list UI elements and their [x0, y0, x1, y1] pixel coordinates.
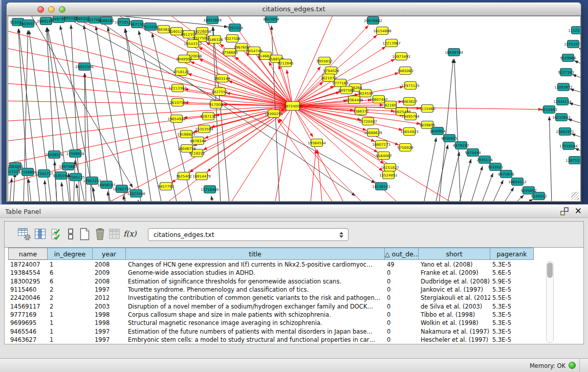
network-graph[interactable]: 1872400774638229160128891235518226058932…: [8, 16, 580, 201]
network-node[interactable]: 15524851: [379, 171, 398, 179]
network-node[interactable]: 8878344: [190, 137, 206, 145]
network-node[interactable]: 16648784: [445, 49, 463, 56]
network-table-selector[interactable]: citations_edges.txt: [148, 228, 349, 241]
network-node[interactable]: 7386372: [353, 107, 368, 115]
network-node[interactable]: 14136141: [372, 183, 390, 190]
network-edge[interactable]: [435, 145, 448, 201]
memory-ok-indicator-icon[interactable]: [569, 362, 576, 369]
network-view-window[interactable]: citations_edges.txt 18724007746382291601…: [6, 2, 581, 202]
network-edge[interactable]: [459, 159, 471, 201]
table-row[interactable]: 946362711997Embryonic stem cells: a mode…: [8, 336, 534, 344]
column-header-year[interactable]: year: [93, 248, 126, 260]
network-node[interactable]: 9245012: [531, 192, 547, 200]
table-options-icon[interactable]: [17, 227, 31, 241]
network-node[interactable]: 11123174: [568, 27, 580, 34]
network-node[interactable]: 7625402: [176, 172, 191, 180]
network-node[interactable]: 3824554: [357, 90, 374, 97]
network-node[interactable]: 9115460: [419, 105, 435, 113]
network-node[interactable]: 16210643: [552, 114, 571, 121]
table-row[interactable]: 2242004622012Investigating the contribut…: [8, 294, 534, 302]
network-edge[interactable]: [482, 173, 493, 201]
network-edge[interactable]: [570, 89, 580, 93]
network-edge[interactable]: [572, 75, 580, 79]
table-row[interactable]: 911546021997Tourette syndrome. Phenomeno…: [8, 286, 534, 294]
import-table-icon[interactable]: [108, 227, 122, 241]
network-node[interactable]: 19384554: [308, 139, 326, 147]
network-node[interactable]: 19654922: [167, 115, 186, 123]
network-node[interactable]: 8186328: [207, 36, 223, 43]
network-node[interactable]: 7357224: [227, 24, 243, 32]
network-node[interactable]: 917008: [209, 101, 223, 108]
delete-table-icon[interactable]: [93, 227, 107, 241]
network-edge[interactable]: [492, 180, 504, 201]
network-canvas[interactable]: 1872400774638229160128891235518226058932…: [8, 16, 580, 201]
network-edge[interactable]: [310, 149, 316, 201]
network-edge[interactable]: [28, 179, 31, 201]
network-edge[interactable]: [211, 196, 213, 201]
network-node[interactable]: 12213967: [382, 39, 401, 47]
network-node[interactable]: 16053809: [203, 16, 222, 24]
network-node[interactable]: 2903144: [214, 75, 230, 82]
network-node[interactable]: 8471676: [498, 170, 514, 178]
network-node[interactable]: 1610756: [169, 99, 186, 106]
show-columns-icon[interactable]: [34, 227, 48, 241]
network-node[interactable]: 12973125: [401, 82, 420, 90]
table-scrollbar[interactable]: [546, 261, 554, 343]
network-node[interactable]: 8215953: [541, 106, 557, 114]
function-builder-icon[interactable]: f(x): [123, 229, 137, 243]
network-edge[interactable]: [454, 59, 461, 201]
network-node[interactable]: 9463627: [401, 98, 417, 105]
network-node[interactable]: 12093872: [554, 83, 573, 91]
network-node-hub[interactable]: 18724007: [284, 102, 302, 111]
network-edge[interactable]: [515, 195, 524, 201]
table-row[interactable]: 1830029562008Estimation of significance …: [8, 277, 534, 286]
table-row[interactable]: 969969511998Structural magnetic resonanc…: [8, 319, 534, 327]
network-node[interactable]: 8267130: [200, 113, 216, 120]
network-node[interactable]: 8212845: [277, 59, 293, 67]
column-header-title[interactable]: title: [126, 248, 385, 260]
network-edge[interactable]: [575, 148, 580, 152]
network-node[interactable]: 11675334: [565, 157, 580, 164]
column-header-pagerank[interactable]: pagerank: [490, 248, 534, 260]
network-edge[interactable]: [76, 184, 79, 201]
network-node[interactable]: 10975887: [59, 163, 77, 170]
network-node[interactable]: 8938923: [441, 135, 457, 142]
network-node[interactable]: 8813054: [263, 16, 279, 23]
network-edge[interactable]: [525, 199, 533, 201]
network-node[interactable]: 9794028: [323, 67, 339, 75]
network-node[interactable]: 9584067: [376, 152, 391, 160]
network-node[interactable]: 20053346: [75, 63, 94, 71]
network-node[interactable]: 9227343: [558, 69, 574, 76]
network-edge[interactable]: [45, 180, 47, 201]
network-node[interactable]: 9948902: [176, 55, 192, 63]
network-node[interactable]: 8466161: [98, 17, 114, 25]
network-node[interactable]: 9955812: [316, 57, 332, 65]
network-edge[interactable]: [277, 119, 336, 201]
network-edge[interactable]: [10, 178, 12, 201]
window-resize-grip[interactable]: [571, 192, 579, 200]
network-node[interactable]: 2935114: [476, 156, 493, 164]
network-node[interactable]: 12342737: [35, 170, 53, 178]
network-edge[interactable]: [574, 60, 580, 65]
network-edge[interactable]: [96, 26, 126, 201]
table-row[interactable]: 977716911998Corpus callosum shape and si…: [8, 311, 534, 319]
network-node[interactable]: 12444134: [553, 98, 572, 105]
network-node[interactable]: 9777169: [332, 79, 348, 87]
column-list-icon[interactable]: [63, 227, 77, 241]
close-panel-icon[interactable]: ✕: [575, 206, 582, 216]
network-node[interactable]: 9756928: [397, 144, 413, 151]
network-node[interactable]: 9327508: [224, 35, 240, 42]
network-node[interactable]: 9529966: [560, 54, 576, 62]
table-row[interactable]: 1938455462009Genome-wide association stu…: [8, 269, 534, 277]
network-node[interactable]: 12505135: [67, 173, 85, 181]
table-row[interactable]: 946554611997Estimation of the future num…: [8, 327, 534, 335]
network-node[interactable]: 15751074: [564, 40, 580, 48]
new-table-icon[interactable]: [78, 227, 92, 241]
network-node[interactable]: 7485063: [397, 67, 413, 75]
network-node[interactable]: 16914479: [192, 172, 211, 180]
network-edge[interactable]: [13, 173, 15, 201]
network-node[interactable]: 20876862: [364, 17, 382, 25]
network-edge[interactable]: [549, 116, 552, 201]
window-titlebar[interactable]: citations_edges.txt: [7, 3, 581, 16]
network-edge[interactable]: [568, 119, 580, 124]
